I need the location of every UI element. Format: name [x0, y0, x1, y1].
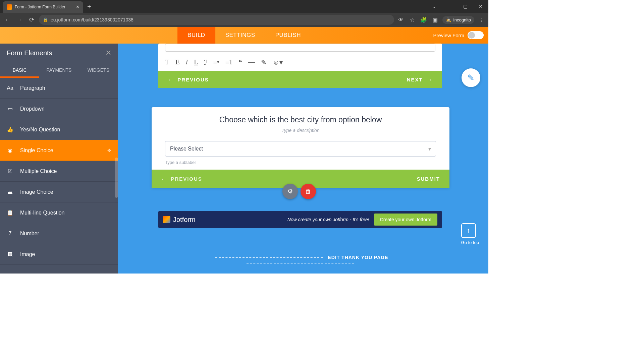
previous-button[interactable]: ← PREVIOUS	[168, 77, 209, 82]
radio-icon: ◉	[6, 146, 14, 155]
extensions-icon[interactable]: 🧩	[420, 16, 428, 24]
help-fab-button[interactable]: ✎	[462, 68, 480, 87]
sidebar-title: Form Elements	[7, 49, 52, 57]
sidebar-list[interactable]: Aa Paragraph ▭ Dropdown 👍 Yes/No Questio…	[0, 78, 118, 274]
tabs-dropdown-icon[interactable]: ⌄	[427, 0, 442, 13]
sidebar-item-dropdown[interactable]: ▭ Dropdown	[0, 99, 118, 119]
preview-toggle-group: Preview Form	[433, 31, 484, 39]
dropdown-select[interactable]: Please Select	[165, 141, 436, 157]
drag-handle-icon[interactable]: ✥	[107, 148, 111, 153]
link-icon[interactable]: ✎	[261, 58, 267, 66]
divider-icon[interactable]: ―	[248, 58, 255, 66]
go-to-top-button[interactable]: ↑ Go to top	[461, 223, 479, 245]
dropdown-icon: ▭	[6, 105, 14, 113]
gear-icon: ⚙	[287, 188, 293, 195]
sidebar-item-number[interactable]: 7 Number	[0, 223, 118, 244]
dropdown-placeholder: Please Select	[170, 146, 203, 152]
url-text: eu.jotform.com/build/231393002071038	[51, 17, 133, 22]
bold-icon[interactable]: E	[175, 58, 179, 66]
sidebar-tabs: BASIC PAYMENTS WIDGETS	[0, 62, 118, 78]
question-description[interactable]: Type a description	[152, 128, 449, 138]
browser-titlebar: Form - Jotform Form Builder × + ⌄ ― ▢ ✕	[0, 0, 488, 13]
sidebar-item-multiline[interactable]: 📋 Multi-line Question	[0, 202, 118, 223]
sidebar-tab-widgets[interactable]: WIDGETS	[79, 62, 118, 78]
element-controls: ⚙ 🗑	[282, 184, 316, 199]
promo-banner: Jotform Now create your own Jotform - It…	[158, 211, 442, 228]
sidebar-item-multiple-choice[interactable]: ☑ Multiple Choice	[0, 161, 118, 182]
tab-close-icon[interactable]: ×	[76, 4, 79, 10]
sidebar-close-icon[interactable]: ✕	[105, 49, 111, 57]
sidebar-item-image[interactable]: 🖼 Image	[0, 244, 118, 265]
maximize-icon[interactable]: ▢	[458, 0, 473, 13]
favicon-icon	[7, 4, 12, 10]
image-icon: 🖼	[6, 250, 14, 258]
reload-button[interactable]: ⟳	[27, 15, 36, 24]
incognito-badge[interactable]: 🕵 Incognito	[442, 16, 474, 24]
sidebar-item-single-choice[interactable]: ◉ Single Choice ✥	[0, 140, 118, 161]
preview-label: Preview Form	[433, 33, 464, 38]
preview-toggle[interactable]	[468, 31, 484, 39]
sidepanel-icon[interactable]: ▣	[431, 16, 439, 24]
previous-button-2[interactable]: ← PREVIOUS	[161, 176, 202, 182]
logo-icon	[163, 216, 170, 223]
image-choice-icon: ⛰	[6, 188, 14, 196]
jotform-logo: Jotform	[163, 216, 196, 224]
form-card-dropdown[interactable]: Choose which is the best city from optio…	[152, 107, 449, 188]
edit-thank-you-divider[interactable]: EDIT THANK YOU PAGE	[158, 255, 442, 265]
sidebar-item-label: Yes/No Question	[20, 127, 60, 133]
forward-button[interactable]: →	[15, 15, 24, 24]
go-to-top-label: Go to top	[461, 240, 479, 245]
bulleted-list-icon[interactable]: ≡•	[213, 58, 219, 66]
sublabel-input[interactable]: Type a sublabel	[165, 160, 436, 165]
numbered-list-icon[interactable]: ≡1	[225, 58, 232, 66]
sidebar-item-image-choice[interactable]: ⛰ Image Choice	[0, 182, 118, 202]
tab-publish[interactable]: PUBLISH	[265, 27, 311, 44]
minimize-icon[interactable]: ―	[442, 0, 458, 13]
new-tab-button[interactable]: +	[87, 3, 91, 11]
browser-tab[interactable]: Form - Jotform Form Builder ×	[3, 1, 83, 13]
promo-cta-button[interactable]: Create your own Jotform	[374, 214, 437, 226]
sidebar-item-paragraph[interactable]: Aa Paragraph	[0, 78, 118, 99]
quote-icon[interactable]: ❝	[238, 58, 242, 66]
sidebar-tab-basic[interactable]: BASIC	[0, 62, 39, 78]
sidebar-item-label: Dropdown	[20, 106, 45, 112]
sidebar-header: Form Elements ✕	[0, 44, 118, 62]
sidebar-item-yesno[interactable]: 👍 Yes/No Question	[0, 119, 118, 140]
thumb-icon: 👍	[6, 126, 14, 134]
paragraph-icon: Aa	[6, 84, 14, 92]
promo-text: Now create your own Jotform - It's free!	[287, 217, 369, 222]
trash-icon: 🗑	[305, 188, 311, 195]
sidebar: Form Elements ✕ BASIC PAYMENTS WIDGETS A…	[0, 44, 118, 274]
settings-button[interactable]: ⚙	[282, 184, 298, 199]
menu-icon[interactable]: ⋮	[478, 16, 486, 24]
star-icon[interactable]: ☆	[408, 16, 416, 24]
tab-settings[interactable]: SETTINGS	[215, 27, 265, 44]
submit-button[interactable]: SUBMIT	[417, 176, 440, 182]
paragraph-input[interactable]	[165, 44, 435, 52]
sidebar-item-label: Paragraph	[20, 85, 45, 91]
back-button[interactable]: ←	[3, 15, 12, 24]
sidebar-item-label: Single Choice	[20, 147, 53, 154]
question-title[interactable]: Choose which is the best city from optio…	[152, 107, 449, 128]
arrow-up-icon: ↑	[461, 223, 476, 238]
italic-icon[interactable]: I	[186, 58, 188, 66]
app-tabs: BUILD SETTINGS PUBLISH	[177, 27, 311, 44]
emoji-icon[interactable]: ☺▾	[273, 58, 283, 66]
clear-format-icon[interactable]: ℐ	[204, 58, 207, 66]
sidebar-tab-payments[interactable]: PAYMENTS	[39, 62, 78, 78]
underline-icon[interactable]: L	[194, 58, 198, 66]
sidebar-scrollbar[interactable]	[115, 158, 118, 198]
next-button[interactable]: NEXT →	[407, 77, 433, 82]
form-canvas[interactable]: T E I L ℐ ≡• ≡1 ❝ ― ✎ ☺▾ ← PREVIOUS NEXT…	[118, 44, 488, 274]
tab-build[interactable]: BUILD	[177, 27, 215, 44]
window-controls: ⌄ ― ▢ ✕	[427, 0, 488, 13]
delete-button[interactable]: 🗑	[301, 184, 316, 199]
address-bar[interactable]: 🔒 eu.jotform.com/build/231393002071038	[39, 15, 394, 25]
close-window-icon[interactable]: ✕	[473, 0, 488, 13]
number-icon: 7	[6, 230, 14, 238]
checkbox-icon: ☑	[6, 167, 14, 175]
logo-text: Jotform	[173, 216, 196, 224]
font-size-icon[interactable]: T	[165, 58, 169, 66]
form-card-paragraph[interactable]: T E I L ℐ ≡• ≡1 ❝ ― ✎ ☺▾ ← PREVIOUS NEXT…	[158, 44, 442, 88]
eye-off-icon[interactable]: 👁	[397, 16, 405, 24]
